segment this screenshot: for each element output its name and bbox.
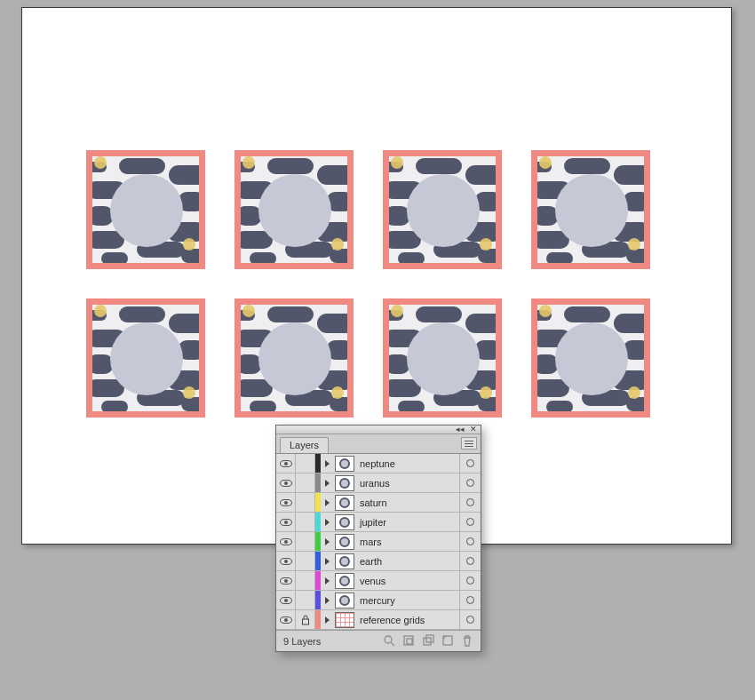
layers-panel[interactable]: ◂◂ ✕ Layers neptuneuranussaturnjupiterma…	[275, 425, 481, 652]
layer-thumbnail[interactable]	[335, 475, 354, 491]
visibility-toggle[interactable]	[276, 532, 296, 551]
layer-thumbnail[interactable]	[335, 534, 354, 550]
planet-tile[interactable]	[234, 150, 354, 269]
visibility-toggle[interactable]	[276, 552, 296, 570]
layer-name[interactable]: saturn	[358, 497, 459, 508]
new-sublayer-icon	[422, 634, 434, 648]
disclosure-toggle[interactable]	[321, 552, 333, 570]
panel-collapse-icon[interactable]: ◂◂	[456, 426, 465, 434]
layer-thumbnail[interactable]	[335, 456, 354, 472]
layer-target-button[interactable]	[459, 610, 481, 629]
planet-tile[interactable]	[531, 298, 650, 418]
lock-toggle[interactable]	[296, 552, 315, 570]
panel-header[interactable]: ◂◂ ✕	[276, 426, 481, 434]
layer-row[interactable]: earth	[276, 552, 481, 571]
planet-tile[interactable]	[383, 298, 502, 418]
disclosure-toggle[interactable]	[321, 513, 333, 531]
target-circle-icon	[466, 616, 474, 624]
layer-row[interactable]: mars	[276, 532, 481, 552]
layer-name[interactable]: neptune	[358, 458, 459, 469]
layer-name[interactable]: reference grids	[358, 615, 459, 625]
disclosure-toggle[interactable]	[321, 493, 333, 512]
new-sublayer-button[interactable]	[418, 634, 438, 648]
triangle-right-icon	[325, 519, 330, 526]
eye-icon	[280, 460, 292, 467]
planet-thumbnail-icon	[339, 556, 350, 567]
lock-toggle[interactable]	[296, 591, 315, 609]
disclosure-toggle[interactable]	[321, 454, 333, 473]
lock-toggle[interactable]	[296, 532, 315, 551]
lock-toggle[interactable]	[296, 493, 315, 512]
disclosure-toggle[interactable]	[321, 532, 333, 551]
layer-name[interactable]: jupiter	[358, 517, 459, 528]
layer-thumbnail[interactable]	[335, 553, 354, 569]
eye-icon	[280, 597, 292, 604]
layer-row[interactable]: reference grids	[276, 610, 481, 630]
planet-tile[interactable]	[86, 150, 205, 269]
layer-name[interactable]: uranus	[358, 478, 459, 489]
lock-toggle[interactable]	[296, 610, 315, 629]
panel-tabs: Layers	[276, 434, 481, 454]
layer-name[interactable]: venus	[358, 576, 459, 586]
planet-tile[interactable]	[86, 298, 205, 418]
planet-tile[interactable]	[234, 298, 354, 418]
planet-thumbnail-icon	[339, 595, 350, 606]
lock-toggle[interactable]	[296, 571, 315, 590]
disclosure-toggle[interactable]	[321, 571, 333, 590]
visibility-toggle[interactable]	[276, 454, 296, 473]
layer-target-button[interactable]	[459, 552, 481, 570]
panel-menu-icon[interactable]	[461, 437, 477, 449]
locate-layer-button[interactable]	[379, 634, 399, 648]
planet-thumbnail-icon	[339, 497, 350, 508]
delete-layer-button[interactable]	[457, 634, 477, 648]
planet-thumbnail-icon	[339, 576, 350, 586]
lock-toggle[interactable]	[296, 454, 315, 473]
layer-name[interactable]: earth	[358, 556, 459, 567]
target-circle-icon	[466, 479, 474, 487]
layer-target-button[interactable]	[459, 513, 481, 531]
visibility-toggle[interactable]	[276, 571, 296, 590]
layer-row[interactable]: saturn	[276, 493, 481, 513]
visibility-toggle[interactable]	[276, 493, 296, 512]
layer-row[interactable]: uranus	[276, 473, 481, 493]
layer-thumbnail[interactable]	[335, 514, 354, 530]
disclosure-toggle[interactable]	[321, 591, 333, 609]
disclosure-toggle[interactable]	[321, 610, 333, 629]
layer-row[interactable]: mercury	[276, 591, 481, 610]
clipping-mask-icon	[402, 634, 415, 648]
visibility-toggle[interactable]	[276, 591, 296, 609]
layer-target-button[interactable]	[459, 473, 481, 492]
layers-list: neptuneuranussaturnjupitermarsearthvenus…	[276, 454, 481, 630]
new-layer-button[interactable]	[438, 634, 457, 648]
eye-icon	[280, 519, 292, 526]
layer-thumbnail[interactable]	[335, 495, 354, 511]
layer-name[interactable]: mars	[358, 537, 459, 547]
tab-layers[interactable]: Layers	[280, 437, 329, 453]
layer-row[interactable]: venus	[276, 571, 481, 591]
layer-thumbnail[interactable]	[335, 573, 354, 589]
visibility-toggle[interactable]	[276, 610, 296, 629]
target-circle-icon	[466, 577, 474, 585]
layer-name[interactable]: mercury	[358, 595, 459, 606]
lock-toggle[interactable]	[296, 473, 315, 492]
layer-row[interactable]: jupiter	[276, 513, 481, 532]
layer-target-button[interactable]	[459, 591, 481, 609]
target-circle-icon	[466, 459, 474, 467]
disclosure-toggle[interactable]	[321, 473, 333, 492]
layer-target-button[interactable]	[459, 532, 481, 551]
planet-tile[interactable]	[531, 150, 650, 269]
layer-thumbnail[interactable]	[335, 612, 354, 628]
lock-icon	[301, 615, 310, 625]
layer-target-button[interactable]	[459, 454, 481, 473]
layer-target-button[interactable]	[459, 493, 481, 512]
panel-close-icon[interactable]: ✕	[470, 426, 477, 434]
planet-tile[interactable]	[383, 150, 502, 269]
layer-thumbnail[interactable]	[335, 593, 354, 609]
visibility-toggle[interactable]	[276, 473, 296, 492]
layer-target-button[interactable]	[459, 571, 481, 590]
visibility-toggle[interactable]	[276, 513, 296, 531]
new-layer-icon	[441, 634, 454, 648]
clipping-mask-button[interactable]	[399, 634, 418, 648]
layer-row[interactable]: neptune	[276, 454, 481, 473]
lock-toggle[interactable]	[296, 513, 315, 531]
